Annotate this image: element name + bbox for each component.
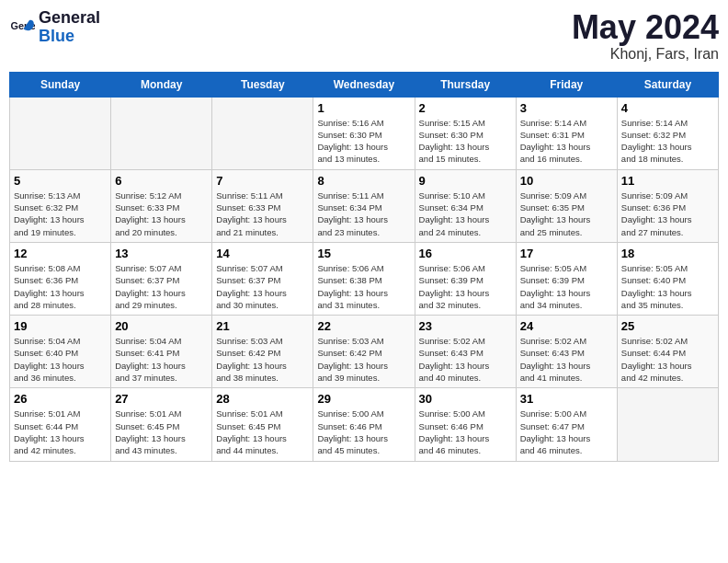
day-info: Sunrise: 5:14 AM Sunset: 6:32 PM Dayligh… [621,117,714,166]
day-info: Sunrise: 5:03 AM Sunset: 6:42 PM Dayligh… [216,335,309,384]
day-info: Sunrise: 5:14 AM Sunset: 6:31 PM Dayligh… [520,117,613,166]
day-number: 16 [419,247,512,260]
day-number: 18 [621,247,714,260]
day-info: Sunrise: 5:02 AM Sunset: 6:43 PM Dayligh… [520,335,613,384]
day-number: 27 [115,392,208,406]
day-info: Sunrise: 5:12 AM Sunset: 6:33 PM Dayligh… [115,190,208,238]
location-subtitle: Khonj, Fars, Iran [572,46,719,63]
day-info: Sunrise: 5:09 AM Sunset: 6:36 PM Dayligh… [621,190,714,238]
day-info: Sunrise: 5:03 AM Sunset: 6:42 PM Dayligh… [317,335,410,384]
day-info: Sunrise: 5:10 AM Sunset: 6:34 PM Dayligh… [419,190,512,238]
day-number: 10 [520,174,613,188]
calendar-day-cell: 3Sunrise: 5:14 AM Sunset: 6:31 PM Daylig… [516,97,617,169]
calendar-day-cell: 7Sunrise: 5:11 AM Sunset: 6:33 PM Daylig… [212,169,313,242]
day-number: 13 [115,247,208,260]
calendar-day-cell: 16Sunrise: 5:06 AM Sunset: 6:39 PM Dayli… [415,242,516,315]
day-info: Sunrise: 5:06 AM Sunset: 6:39 PM Dayligh… [419,262,512,311]
calendar-day-cell: 31Sunrise: 5:00 AM Sunset: 6:47 PM Dayli… [516,388,617,461]
calendar-week-row: 5Sunrise: 5:13 AM Sunset: 6:32 PM Daylig… [10,169,719,242]
calendar-day-cell: 9Sunrise: 5:10 AM Sunset: 6:34 PM Daylig… [415,169,516,242]
day-info: Sunrise: 5:16 AM Sunset: 6:30 PM Dayligh… [317,117,410,166]
calendar-day-cell [212,97,313,169]
day-number: 31 [520,392,613,406]
calendar-day-cell: 19Sunrise: 5:04 AM Sunset: 6:40 PM Dayli… [10,316,111,388]
calendar-day-cell: 21Sunrise: 5:03 AM Sunset: 6:42 PM Dayli… [212,316,313,388]
day-info: Sunrise: 5:06 AM Sunset: 6:38 PM Dayligh… [317,262,410,311]
day-number: 14 [216,247,309,260]
calendar-day-cell: 2Sunrise: 5:15 AM Sunset: 6:30 PM Daylig… [415,97,516,169]
calendar-day-cell: 15Sunrise: 5:06 AM Sunset: 6:38 PM Dayli… [313,242,415,315]
day-info: Sunrise: 5:07 AM Sunset: 6:37 PM Dayligh… [115,262,208,311]
day-info: Sunrise: 5:15 AM Sunset: 6:30 PM Dayligh… [419,117,512,166]
month-year-title: May 2024 [572,9,719,46]
calendar-day-cell: 14Sunrise: 5:07 AM Sunset: 6:37 PM Dayli… [212,242,313,315]
day-info: Sunrise: 5:02 AM Sunset: 6:43 PM Dayligh… [419,335,512,384]
calendar-day-cell: 17Sunrise: 5:05 AM Sunset: 6:39 PM Dayli… [516,242,617,315]
day-of-week-header: Sunday [10,72,111,97]
day-of-week-header: Saturday [617,72,718,97]
calendar-day-cell: 6Sunrise: 5:12 AM Sunset: 6:33 PM Daylig… [111,169,212,242]
calendar-day-cell: 26Sunrise: 5:01 AM Sunset: 6:44 PM Dayli… [10,388,111,461]
day-number: 7 [216,174,309,188]
calendar-day-cell: 18Sunrise: 5:05 AM Sunset: 6:40 PM Dayli… [617,242,718,315]
page-header: General General Blue May 2024 Khonj, Far… [9,9,719,63]
day-info: Sunrise: 5:04 AM Sunset: 6:41 PM Dayligh… [115,335,208,384]
day-info: Sunrise: 5:11 AM Sunset: 6:34 PM Dayligh… [317,190,410,238]
calendar-day-cell: 29Sunrise: 5:00 AM Sunset: 6:46 PM Dayli… [313,388,415,461]
day-info: Sunrise: 5:00 AM Sunset: 6:46 PM Dayligh… [419,408,512,456]
calendar-table: SundayMondayTuesdayWednesdayThursdayFrid… [9,72,719,462]
day-number: 23 [419,319,512,333]
day-number: 1 [317,101,410,115]
day-info: Sunrise: 5:00 AM Sunset: 6:47 PM Dayligh… [520,408,613,456]
calendar-day-cell: 24Sunrise: 5:02 AM Sunset: 6:43 PM Dayli… [516,316,617,388]
calendar-day-cell [617,388,718,461]
day-number: 30 [419,392,512,406]
calendar-header-row: SundayMondayTuesdayWednesdayThursdayFrid… [10,72,719,97]
day-number: 29 [317,392,410,406]
calendar-week-row: 1Sunrise: 5:16 AM Sunset: 6:30 PM Daylig… [10,97,719,169]
day-number: 11 [621,174,714,188]
calendar-day-cell: 10Sunrise: 5:09 AM Sunset: 6:35 PM Dayli… [516,169,617,242]
calendar-day-cell: 5Sunrise: 5:13 AM Sunset: 6:32 PM Daylig… [10,169,111,242]
calendar-day-cell: 13Sunrise: 5:07 AM Sunset: 6:37 PM Dayli… [111,242,212,315]
day-info: Sunrise: 5:09 AM Sunset: 6:35 PM Dayligh… [520,190,613,238]
day-number: 12 [14,247,107,260]
calendar-day-cell: 25Sunrise: 5:02 AM Sunset: 6:44 PM Dayli… [617,316,718,388]
day-of-week-header: Friday [516,72,617,97]
calendar-day-cell: 11Sunrise: 5:09 AM Sunset: 6:36 PM Dayli… [617,169,718,242]
day-number: 26 [14,392,107,406]
day-info: Sunrise: 5:11 AM Sunset: 6:33 PM Dayligh… [216,190,309,238]
day-info: Sunrise: 5:02 AM Sunset: 6:44 PM Dayligh… [621,335,714,384]
calendar-day-cell: 20Sunrise: 5:04 AM Sunset: 6:41 PM Dayli… [111,316,212,388]
calendar-day-cell: 23Sunrise: 5:02 AM Sunset: 6:43 PM Dayli… [415,316,516,388]
day-info: Sunrise: 5:07 AM Sunset: 6:37 PM Dayligh… [216,262,309,311]
calendar-day-cell: 30Sunrise: 5:00 AM Sunset: 6:46 PM Dayli… [415,388,516,461]
day-of-week-header: Thursday [415,72,516,97]
day-info: Sunrise: 5:05 AM Sunset: 6:40 PM Dayligh… [621,262,714,311]
day-number: 25 [621,319,714,333]
title-block: May 2024 Khonj, Fars, Iran [572,9,719,63]
day-info: Sunrise: 5:08 AM Sunset: 6:36 PM Dayligh… [14,262,107,311]
calendar-week-row: 26Sunrise: 5:01 AM Sunset: 6:44 PM Dayli… [10,388,719,461]
day-number: 15 [317,247,410,260]
logo-text: General Blue [39,9,100,46]
calendar-day-cell: 4Sunrise: 5:14 AM Sunset: 6:32 PM Daylig… [617,97,718,169]
calendar-day-cell: 22Sunrise: 5:03 AM Sunset: 6:42 PM Dayli… [313,316,415,388]
day-number: 20 [115,319,208,333]
day-number: 21 [216,319,309,333]
logo-icon: General [9,15,35,40]
calendar-day-cell: 28Sunrise: 5:01 AM Sunset: 6:45 PM Dayli… [212,388,313,461]
calendar-day-cell: 8Sunrise: 5:11 AM Sunset: 6:34 PM Daylig… [313,169,415,242]
calendar-week-row: 12Sunrise: 5:08 AM Sunset: 6:36 PM Dayli… [10,242,719,315]
day-number: 6 [115,174,208,188]
day-info: Sunrise: 5:13 AM Sunset: 6:32 PM Dayligh… [14,190,107,238]
calendar-day-cell [10,97,111,169]
day-number: 9 [419,174,512,188]
day-info: Sunrise: 5:05 AM Sunset: 6:39 PM Dayligh… [520,262,613,311]
calendar-week-row: 19Sunrise: 5:04 AM Sunset: 6:40 PM Dayli… [10,316,719,388]
day-number: 4 [621,101,714,115]
day-info: Sunrise: 5:01 AM Sunset: 6:45 PM Dayligh… [115,408,208,456]
day-info: Sunrise: 5:04 AM Sunset: 6:40 PM Dayligh… [14,335,107,384]
day-of-week-header: Tuesday [212,72,313,97]
day-number: 19 [14,319,107,333]
